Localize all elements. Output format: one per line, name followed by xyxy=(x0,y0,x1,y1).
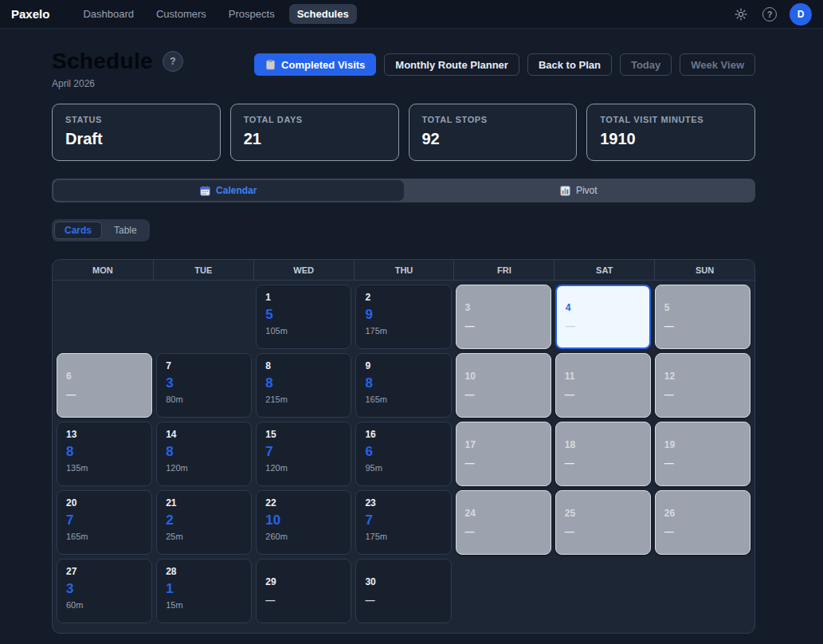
calendar-day-cell-16[interactable]: 16695m xyxy=(355,422,451,486)
visit-minutes: 175m xyxy=(365,532,441,541)
visit-count: 1 xyxy=(166,581,242,597)
visit-count: 8 xyxy=(265,375,342,391)
stat-card-status: STATUS Draft xyxy=(52,104,221,161)
visit-minutes: 80m xyxy=(166,395,242,404)
visit-count: 6 xyxy=(365,444,441,460)
topnav-right: ? D xyxy=(732,3,812,26)
visit-minutes: 260m xyxy=(265,532,342,541)
title-block: Schedule ? April 2026 xyxy=(52,49,183,89)
visit-count: 7 xyxy=(265,444,342,460)
no-visits-marker: — xyxy=(565,389,641,400)
calendar-day-cell-2[interactable]: 29175m xyxy=(355,285,451,349)
day-number: 1 xyxy=(265,292,342,303)
calendar-day-cell-17[interactable]: 17— xyxy=(456,422,551,486)
calendar-day-header: SAT xyxy=(554,260,654,280)
visit-count: 8 xyxy=(166,444,242,460)
calendar-day-cell-25[interactable]: 25— xyxy=(555,490,651,555)
brand-logo[interactable]: Paxelo xyxy=(11,7,49,21)
visit-count: 8 xyxy=(365,375,441,391)
calendar-day-cell-28[interactable]: 28115m xyxy=(156,559,252,623)
visit-count: 3 xyxy=(66,581,143,597)
calendar-day-cell-11[interactable]: 11— xyxy=(555,353,651,418)
no-visits-marker: — xyxy=(566,320,641,332)
calendar-day-header: FRI xyxy=(453,260,554,280)
calendar-day-cell-26[interactable]: 26— xyxy=(655,490,750,555)
calendar-day-cell-18[interactable]: 18— xyxy=(555,422,651,486)
nav-item-schedules[interactable]: Schedules xyxy=(289,4,357,24)
visit-minutes: 165m xyxy=(66,532,143,541)
calendar-day-cell-24[interactable]: 24— xyxy=(456,490,551,555)
visit-minutes: 135m xyxy=(66,463,143,473)
calendar-day-cell-10[interactable]: 10— xyxy=(456,353,551,418)
calendar-day-cell-29[interactable]: 29— xyxy=(256,559,351,623)
nav-item-dashboard[interactable]: Dashboard xyxy=(75,4,142,24)
toggle-cards[interactable]: Cards xyxy=(54,222,102,239)
month-subtitle: April 2026 xyxy=(52,78,183,89)
visit-minutes: 175m xyxy=(365,326,441,336)
day-number: 20 xyxy=(66,497,143,509)
day-number: 24 xyxy=(465,508,542,519)
calendar-day-cell-30[interactable]: 30— xyxy=(355,559,451,623)
calendar-grid: 15105m29175m3—4—5—6—7380m88215m98165m10—… xyxy=(53,281,754,627)
calendar-day-cell-8[interactable]: 88215m xyxy=(256,353,351,418)
back-to-plan-button[interactable]: Back to Plan xyxy=(527,53,612,76)
day-number: 26 xyxy=(664,508,741,519)
stat-label: TOTAL STOPS xyxy=(422,115,564,124)
help-button[interactable]: ? xyxy=(761,6,778,23)
calendar-day-header: THU xyxy=(354,260,454,280)
calendar-day-cell-15[interactable]: 157120m xyxy=(256,422,351,486)
no-visits-marker: — xyxy=(664,320,741,332)
tab-pivot-label: Pivot xyxy=(576,185,598,196)
theme-toggle-sun-icon[interactable] xyxy=(732,6,750,23)
tab-calendar-label: Calendar xyxy=(216,185,257,196)
tab-pivot[interactable]: Pivot xyxy=(404,180,754,201)
no-visits-marker: — xyxy=(265,595,342,606)
calendar-day-cell-23[interactable]: 237175m xyxy=(355,490,451,555)
top-navigation: Paxelo Dashboard Customers Prospects Sch… xyxy=(0,0,823,29)
visit-minutes: 165m xyxy=(365,395,441,404)
visit-count: 8 xyxy=(66,444,143,460)
monthly-route-planner-button[interactable]: Monthly Route Planner xyxy=(384,53,519,76)
calendar-day-cell-22[interactable]: 2210260m xyxy=(256,490,351,555)
no-visits-marker: — xyxy=(66,389,143,400)
visit-count: 9 xyxy=(365,307,441,323)
calendar-day-cell-5[interactable]: 5— xyxy=(655,285,750,349)
day-number: 6 xyxy=(66,371,143,382)
stat-card-total-days: TOTAL DAYS 21 xyxy=(230,104,399,161)
calendar-day-cell-4[interactable]: 4— xyxy=(555,285,651,349)
calendar-day-header: WED xyxy=(253,260,354,280)
nav-item-prospects[interactable]: Prospects xyxy=(221,4,283,24)
title-help-icon[interactable]: ? xyxy=(163,51,183,72)
calendar-day-cell-3[interactable]: 3— xyxy=(456,285,551,349)
completed-visits-button[interactable]: Completed Visits xyxy=(254,53,376,76)
tab-calendar[interactable]: Calendar xyxy=(53,180,404,201)
help-icon: ? xyxy=(762,7,777,22)
calendar-day-cell-14[interactable]: 148120m xyxy=(156,422,252,486)
week-view-button[interactable]: Week View xyxy=(680,53,755,76)
calendar-day-cell-21[interactable]: 21225m xyxy=(156,490,252,555)
calendar-day-cell-12[interactable]: 12— xyxy=(655,353,750,418)
visit-minutes: 15m xyxy=(166,600,242,610)
nav-item-customers[interactable]: Customers xyxy=(148,4,214,24)
visit-minutes: 215m xyxy=(265,395,342,404)
calendar-day-cell-27[interactable]: 27360m xyxy=(57,559,152,623)
calendar-day-cell-19[interactable]: 19— xyxy=(655,422,750,486)
toggle-table[interactable]: Table xyxy=(104,222,147,239)
no-visits-marker: — xyxy=(565,526,641,537)
day-number: 7 xyxy=(166,360,242,371)
stat-value: 1910 xyxy=(600,130,742,148)
day-number: 19 xyxy=(664,439,741,450)
calendar-day-cell-20[interactable]: 207165m xyxy=(57,490,152,555)
no-visits-marker: — xyxy=(465,389,542,400)
visit-count: 2 xyxy=(166,512,242,528)
calendar-day-cell-1[interactable]: 15105m xyxy=(256,285,351,349)
calendar-day-cell-13[interactable]: 138135m xyxy=(57,422,152,486)
calendar-day-cell-7[interactable]: 7380m xyxy=(156,353,252,418)
no-visits-marker: — xyxy=(565,457,641,469)
calendar-empty-cell xyxy=(156,285,252,349)
user-avatar[interactable]: D xyxy=(790,3,812,26)
calendar-day-cell-6[interactable]: 6— xyxy=(57,353,152,418)
calendar-day-cell-9[interactable]: 98165m xyxy=(355,353,451,418)
today-button[interactable]: Today xyxy=(620,53,672,76)
day-number: 3 xyxy=(465,302,542,313)
